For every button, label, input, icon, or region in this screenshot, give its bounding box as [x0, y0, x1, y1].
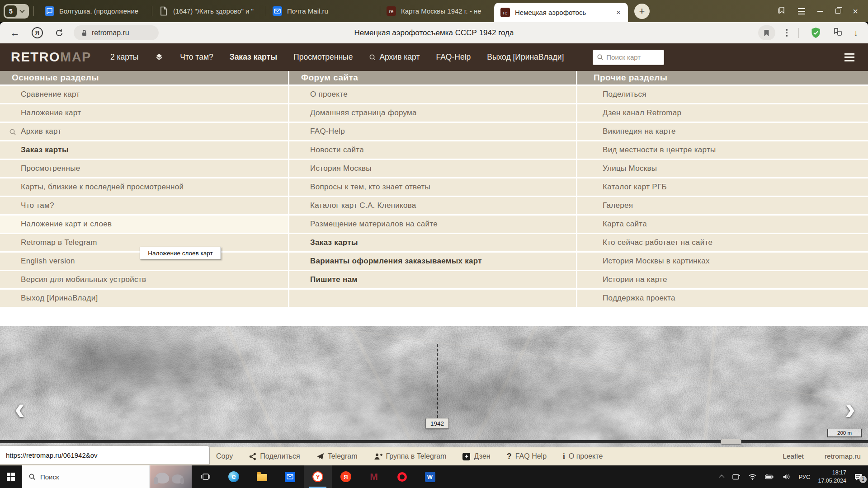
menu-item[interactable]: Сравнение карт: [0, 86, 288, 104]
address-bar[interactable]: retromap.ru: [74, 25, 159, 40]
menu-item[interactable]: Размещение материалов на сайте: [289, 216, 576, 234]
word-icon[interactable]: W: [416, 465, 444, 488]
retromap-link[interactable]: retromap.ru: [825, 452, 861, 460]
menu-item[interactable]: Карта сайта: [577, 216, 868, 234]
menu-item[interactable]: Улицы Москвы: [577, 160, 868, 178]
tab-close-icon[interactable]: ×: [615, 8, 622, 17]
bottom-link[interactable]: Поделиться: [249, 452, 300, 460]
nav-item[interactable]: FAQ-Help: [436, 52, 471, 62]
nav-item[interactable]: Что там?: [180, 52, 213, 62]
taskbar-search-box[interactable]: Поиск: [22, 465, 150, 488]
menu-item[interactable]: Вид местности в центре карты: [577, 141, 868, 160]
opacity-slider-handle[interactable]: [721, 439, 741, 445]
menu-item[interactable]: Версия для мобильных устройств: [0, 271, 288, 290]
taskbar-clock[interactable]: 18:17 17.05.2024: [818, 469, 846, 485]
reload-button[interactable]: [55, 28, 64, 38]
opera-icon[interactable]: [388, 465, 416, 488]
aerial-map[interactable]: ‹ › 1942 200 m: [0, 326, 868, 447]
menu-item[interactable]: Каталог карт С.А. Клепикова: [289, 197, 576, 216]
menu-item[interactable]: Просмотренные: [0, 160, 288, 178]
yandex-icon[interactable]: Я: [332, 465, 360, 488]
menu-item[interactable]: Кто сейчас работает на сайте: [577, 234, 868, 253]
browser-tab[interactable]: Почта Mail.ru: [266, 0, 380, 22]
nav-item[interactable]: 2 карты: [110, 52, 138, 62]
bottom-link[interactable]: Telegram: [316, 452, 358, 460]
menu-item[interactable]: Дзен канал Retromap: [577, 104, 868, 123]
menu-item[interactable]: Домашняя страница форума: [289, 104, 576, 123]
browser-tab[interactable]: (1647) "Жить здорово" и ": [152, 0, 266, 22]
mail-app-icon[interactable]: [276, 465, 304, 488]
new-tab-button[interactable]: +: [634, 4, 650, 19]
browser-menu-icon[interactable]: [798, 8, 805, 14]
menu-item[interactable]: Наложение карт: [0, 104, 288, 123]
leaflet-link[interactable]: Leaflet: [783, 452, 804, 460]
minimize-button[interactable]: [817, 11, 823, 12]
browser-tab[interactable]: Болтушка. (продолжение: [38, 0, 152, 22]
menu-item[interactable]: История Москвы в картинках: [577, 253, 868, 271]
site-menu-icon[interactable]: [844, 53, 854, 61]
collections-icon[interactable]: [833, 28, 843, 38]
more-options-icon[interactable]: [786, 29, 788, 37]
menu-item[interactable]: Варианты оформления заказываемых карт: [289, 253, 576, 271]
search-highlight-image[interactable]: [150, 465, 192, 488]
menu-item[interactable]: Заказ карты: [0, 141, 288, 160]
retromap-logo[interactable]: RETROMAP: [11, 50, 91, 65]
menu-item[interactable]: Вопросы к тем, кто знает ответы: [289, 178, 576, 197]
nav-item[interactable]: Выход [ИринаВлади]: [487, 52, 564, 62]
menu-item[interactable]: Что там?: [0, 197, 288, 216]
restore-button[interactable]: [835, 9, 840, 14]
bookmark-button[interactable]: [758, 25, 775, 40]
menu-item[interactable]: О проекте: [289, 86, 576, 104]
yandex-logo-icon[interactable]: Я: [32, 27, 43, 38]
menu-item[interactable]: Галерея: [577, 197, 868, 216]
bottom-link[interactable]: Группа в Telegram: [374, 452, 447, 460]
menu-item[interactable]: Пишите нам: [289, 271, 576, 290]
menu-item[interactable]: Поделиться: [577, 86, 868, 104]
menu-item[interactable]: Выход [ИринаВлади]: [0, 290, 288, 308]
bottom-link[interactable]: ?FAQ Help: [507, 452, 547, 461]
map-search-input[interactable]: [606, 53, 656, 61]
map-next-arrow[interactable]: ›: [845, 395, 855, 422]
nav-item[interactable]: Архив карт: [369, 52, 420, 62]
browser-tab-active[interactable]: reНемецкая аэрофотось×: [494, 3, 628, 22]
wifi-icon[interactable]: [748, 473, 757, 480]
menu-item[interactable]: Википедия на карте: [577, 123, 868, 141]
menu-item[interactable]: Карты, близкие к последней просмотренной: [0, 178, 288, 197]
menu-item[interactable]: Истории на карте: [577, 271, 868, 290]
menu-item[interactable]: Поддержка проекта: [577, 290, 868, 308]
edge-icon[interactable]: e: [220, 465, 248, 488]
map-year-label[interactable]: 1942: [425, 418, 449, 429]
download-icon[interactable]: ↓: [854, 28, 858, 38]
nav-item[interactable]: Просмотренные: [293, 52, 353, 62]
menu-item[interactable]: Каталог карт РГБ: [577, 178, 868, 197]
bottom-link[interactable]: Дзен: [462, 452, 490, 460]
start-button[interactable]: [0, 465, 22, 488]
cast-display-icon[interactable]: [732, 473, 741, 481]
hidden-icons-chevron[interactable]: [720, 475, 724, 479]
menu-item[interactable]: Наложение карт и слоев: [0, 216, 288, 234]
task-view-icon[interactable]: [192, 465, 220, 488]
menu-item[interactable]: Заказ карты: [289, 234, 576, 253]
menu-item[interactable]: Архив карт: [0, 123, 288, 141]
mailru-icon[interactable]: М: [360, 465, 388, 488]
menu-item[interactable]: FAQ-Help: [289, 123, 576, 141]
adblock-shield-icon[interactable]: [810, 27, 822, 39]
yandex-browser-icon[interactable]: Y: [304, 465, 332, 488]
browser-tab[interactable]: reКарта Москвы 1942 г. - не: [380, 0, 494, 22]
keyboard-language[interactable]: РУС: [798, 474, 810, 480]
map-prev-arrow[interactable]: ‹: [14, 395, 25, 422]
tab-counter[interactable]: 5: [4, 4, 29, 19]
map-search-box[interactable]: [593, 50, 664, 65]
back-button[interactable]: ←: [10, 27, 20, 39]
battery-icon[interactable]: [764, 473, 774, 480]
bottom-link[interactable]: Copy: [216, 452, 233, 460]
tab-groups-icon[interactable]: [777, 6, 786, 16]
notification-center-icon[interactable]: 1: [854, 473, 863, 481]
volume-icon[interactable]: [782, 473, 791, 480]
layers-icon[interactable]: [155, 53, 164, 62]
close-button[interactable]: ×: [853, 7, 858, 16]
nav-item[interactable]: Заказ карты: [230, 52, 277, 62]
menu-item[interactable]: История Москвы: [289, 160, 576, 178]
bottom-link[interactable]: iО проекте: [563, 452, 603, 461]
explorer-icon[interactable]: [248, 465, 276, 488]
